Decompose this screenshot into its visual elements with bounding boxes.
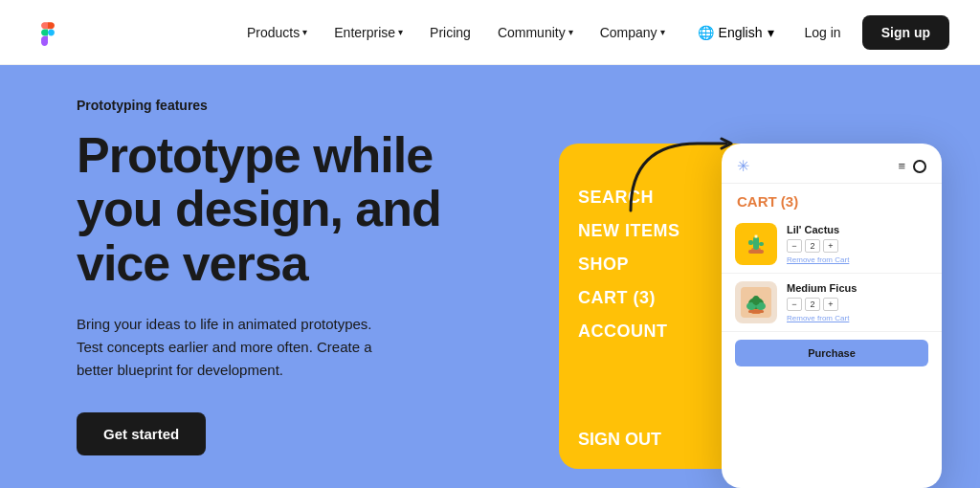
login-button[interactable]: Log in xyxy=(791,17,855,48)
menu-circle-icon xyxy=(913,160,926,173)
lang-arrow-icon: ▾ xyxy=(768,25,774,40)
sign-out-label: SIGN OUT xyxy=(578,430,661,450)
cart-item-1-info: Lil' Cactus − 2 + Remove from Cart xyxy=(787,224,928,264)
svg-point-7 xyxy=(755,235,757,237)
item-1-qty: − 2 + xyxy=(787,239,928,253)
item-2-name: Medium Ficus xyxy=(787,282,928,294)
connection-arrow xyxy=(621,134,746,220)
company-arrow-icon: ▾ xyxy=(660,27,665,37)
community-arrow-icon: ▾ xyxy=(568,27,573,37)
hero-visual: SEARCH NEW ITEMS SHOP CART (3) ACCOUNT S… xyxy=(559,144,942,488)
qty-minus-2[interactable]: − xyxy=(787,298,802,311)
qty-minus-1[interactable]: − xyxy=(787,239,802,253)
cart-title: CART (3) xyxy=(722,184,942,215)
svg-rect-2 xyxy=(748,250,764,254)
remove-item-2[interactable]: Remove from Cart xyxy=(787,314,928,322)
signup-button[interactable]: Sign up xyxy=(862,15,949,50)
item-1-name: Lil' Cactus xyxy=(787,224,928,235)
remove-item-1[interactable]: Remove from Cart xyxy=(787,255,928,264)
hero-text: Prototyping features Prototype while you… xyxy=(77,98,479,455)
svg-rect-10 xyxy=(748,310,764,313)
nav-community[interactable]: Community ▾ xyxy=(486,17,585,48)
get-started-button[interactable]: Get started xyxy=(77,412,206,455)
hamburger-icon: ≡ xyxy=(898,159,905,173)
hero-headline: Prototype while you design, and vice ver… xyxy=(77,128,479,289)
svg-rect-3 xyxy=(753,236,759,250)
item-2-qty: − 2 + xyxy=(787,298,928,311)
cart-item-2-info: Medium Ficus − 2 + Remove from Cart xyxy=(787,282,928,322)
ficus-svg-2 xyxy=(739,285,773,320)
nav-pricing[interactable]: Pricing xyxy=(418,17,482,48)
menu-item-account: ACCOUNT xyxy=(578,322,741,342)
hero-section: Prototyping features Prototype while you… xyxy=(0,65,980,488)
globe-icon: 🌐 xyxy=(698,25,714,40)
menu-item-cart: CART (3) xyxy=(578,288,741,308)
phone-front-header: ✳ ≡ xyxy=(722,144,942,184)
nav-company[interactable]: Company ▾ xyxy=(589,17,677,48)
cactus-image-1 xyxy=(735,223,777,265)
cactus-image-2 xyxy=(735,281,777,323)
nav-enterprise[interactable]: Enterprise ▾ xyxy=(323,17,414,48)
svg-rect-4 xyxy=(748,240,753,245)
language-selector[interactable]: 🌐 English ▾ xyxy=(688,17,784,48)
products-arrow-icon: ▾ xyxy=(302,27,307,37)
cart-item-2: Medium Ficus − 2 + Remove from Cart xyxy=(722,274,942,332)
nav-actions: 🌐 English ▾ Log in Sign up xyxy=(688,15,949,50)
enterprise-arrow-icon: ▾ xyxy=(398,27,403,37)
nav-links: Products ▾ Enterprise ▾ Pricing Communit… xyxy=(235,17,677,48)
hero-eyebrow: Prototyping features xyxy=(77,98,479,113)
phone-front: ✳ ≡ CART (3) xyxy=(722,144,942,488)
logo[interactable] xyxy=(31,15,65,50)
qty-val-1: 2 xyxy=(805,239,820,253)
cart-item-1: Lil' Cactus − 2 + Remove from Cart xyxy=(722,215,942,274)
navbar: Products ▾ Enterprise ▾ Pricing Communit… xyxy=(0,0,980,65)
qty-val-2: 2 xyxy=(805,298,820,311)
svg-point-14 xyxy=(752,296,760,305)
qty-plus-1[interactable]: + xyxy=(823,239,838,253)
hero-body: Bring your ideas to life in animated pro… xyxy=(77,313,383,382)
svg-rect-5 xyxy=(759,242,764,246)
cactus-svg-1 xyxy=(739,227,773,261)
nav-products[interactable]: Products ▾ xyxy=(235,17,319,48)
menu-item-new-items: NEW ITEMS xyxy=(578,221,741,241)
phone-header-actions: ≡ xyxy=(898,159,926,173)
menu-item-shop: SHOP xyxy=(578,255,741,275)
qty-plus-2[interactable]: + xyxy=(823,298,838,311)
purchase-button[interactable]: Purchase xyxy=(735,340,928,366)
